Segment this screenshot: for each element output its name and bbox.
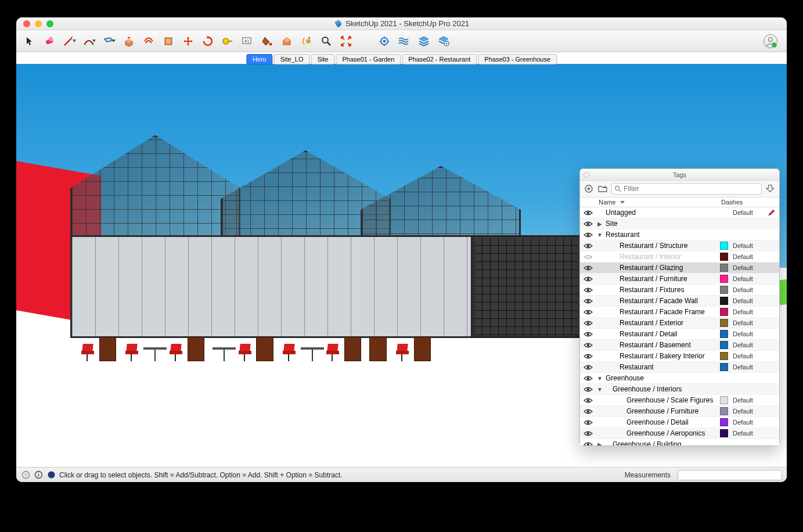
visibility-toggle[interactable] (582, 364, 594, 371)
expand-arrow[interactable]: ▶ (596, 221, 603, 227)
tag-row[interactable]: Restaurant / Bakery InteriorDefault (580, 351, 779, 362)
scene-tab[interactable]: Site (311, 54, 334, 64)
close-panel-icon[interactable] (584, 172, 589, 178)
tag-row[interactable]: Restaurant / Facade WallDefault (580, 296, 779, 307)
visibility-toggle[interactable] (582, 210, 594, 216)
scene-tab[interactable]: Site_LO (274, 54, 310, 64)
visibility-toggle[interactable] (582, 397, 594, 404)
layers-tool[interactable] (415, 33, 433, 50)
visibility-toggle[interactable] (582, 309, 594, 315)
select-tool[interactable] (21, 33, 39, 50)
move-tool[interactable] (179, 33, 197, 50)
add-tag-button[interactable] (584, 184, 594, 194)
zoom-tool[interactable] (317, 33, 336, 50)
dashes-value[interactable]: Default (730, 330, 765, 337)
rotate-tool[interactable] (199, 33, 217, 50)
dashes-value[interactable]: Default (730, 253, 765, 260)
tag-row[interactable]: RestaurantDefault (580, 362, 779, 373)
visibility-toggle[interactable] (582, 342, 594, 348)
scene-tab[interactable]: Phase01 - Garden (336, 54, 401, 64)
tag-row[interactable]: Restaurant / GlazingDefault (580, 263, 779, 274)
color-swatch[interactable] (720, 308, 728, 316)
visibility-toggle[interactable] (582, 298, 594, 304)
scene-tab[interactable]: Hero (246, 54, 273, 64)
visibility-toggle[interactable] (582, 254, 594, 260)
tag-row[interactable]: Restaurant / BasementDefault (580, 340, 779, 351)
expand-arrow[interactable]: ▼ (596, 375, 603, 382)
tag-list[interactable]: UntaggedDefault▶Site▼RestaurantRestauran… (580, 207, 779, 445)
close-window-button[interactable] (23, 20, 30, 27)
tag-row[interactable]: ▼Greenhouse (580, 373, 779, 384)
dashes-value[interactable]: Default (730, 419, 765, 426)
dashes-value[interactable]: Default (730, 308, 765, 315)
tag-row[interactable]: ▼Restaurant (580, 229, 779, 240)
tags-panel-title[interactable]: Tags (580, 169, 779, 181)
rectangle-tool[interactable] (100, 33, 118, 50)
color-swatch[interactable] (720, 253, 728, 261)
edit-icon[interactable] (768, 209, 777, 217)
visibility-toggle[interactable] (582, 276, 594, 282)
tag-row[interactable]: Greenhouse / AeroponicsDefault (580, 428, 779, 439)
text-tool[interactable]: A1 (238, 33, 257, 50)
dashes-value[interactable]: Default (730, 353, 765, 360)
color-swatch[interactable] (720, 407, 728, 415)
tag-row[interactable]: Restaurant / FixturesDefault (580, 285, 779, 296)
visibility-toggle[interactable] (582, 320, 594, 326)
color-swatch[interactable] (720, 330, 728, 338)
zoom-window-button[interactable] (46, 20, 53, 27)
expand-arrow[interactable]: ▶ (596, 441, 603, 446)
tags-panel[interactable]: Tags Name Dashes UntaggedDefault▶Site▼Re… (579, 168, 780, 446)
dashes-value[interactable]: Default (730, 408, 765, 415)
color-swatch[interactable] (720, 319, 728, 327)
dashes-value[interactable]: Default (730, 242, 765, 249)
eraser-tool[interactable] (41, 33, 59, 50)
help-icon[interactable]: ? (21, 470, 30, 480)
account-button[interactable] (761, 32, 780, 51)
line-tool[interactable] (60, 33, 79, 50)
expand-arrow[interactable]: ▼ (596, 386, 603, 393)
tag-row[interactable]: ▶Site (580, 218, 779, 229)
tag-row[interactable]: Restaurant / Facade FrameDefault (580, 307, 779, 318)
expand-arrow[interactable]: ▼ (596, 232, 603, 238)
dashes-value[interactable]: Default (730, 342, 765, 348)
info-icon[interactable]: i (34, 470, 43, 480)
layers-settings-tool[interactable] (434, 33, 453, 50)
tag-row[interactable]: Restaurant / ExteriorDefault (580, 318, 779, 329)
dashes-value[interactable]: Default (730, 264, 765, 271)
tag-row[interactable]: Restaurant / StructureDefault (580, 240, 779, 251)
tag-row[interactable]: Greenhouse / FurnitureDefault (580, 406, 779, 417)
tag-row[interactable]: ▶Greenhouse / Building (580, 439, 779, 445)
tape-measure-tool[interactable] (218, 33, 237, 50)
color-swatch[interactable] (720, 429, 728, 437)
arc-tool[interactable] (80, 33, 99, 50)
offset-tool[interactable] (139, 33, 158, 50)
color-swatch[interactable] (720, 341, 728, 349)
visibility-toggle[interactable] (582, 386, 594, 393)
color-swatch[interactable] (720, 286, 728, 294)
visibility-toggle[interactable] (582, 331, 594, 337)
filter-input[interactable] (624, 185, 759, 193)
visibility-toggle[interactable] (582, 221, 594, 227)
dashes-value[interactable]: Default (730, 297, 765, 304)
visibility-toggle[interactable] (582, 408, 594, 415)
visibility-toggle[interactable] (582, 287, 594, 293)
tag-row[interactable]: Greenhouse / Scale FiguresDefault (580, 395, 779, 406)
color-swatch[interactable] (720, 275, 728, 283)
scene-tab[interactable]: Phase02 - Restaurant (402, 54, 477, 64)
dashes-value[interactable]: Default (730, 364, 765, 371)
tag-row[interactable]: UntaggedDefault (580, 207, 779, 218)
tags-menu-button[interactable] (765, 184, 776, 194)
visibility-toggle[interactable] (582, 232, 594, 238)
visibility-toggle[interactable] (582, 419, 594, 426)
visibility-toggle[interactable] (582, 265, 594, 271)
visibility-toggle[interactable] (582, 353, 594, 360)
dashes-value[interactable]: Default (730, 286, 765, 293)
tag-row[interactable]: Restaurant / DetailDefault (580, 329, 779, 340)
scene-tab[interactable]: Phase03 - Greenhouse (478, 54, 557, 64)
cloud-sync-tool[interactable] (395, 33, 413, 50)
color-swatch[interactable] (720, 418, 728, 426)
visibility-toggle[interactable] (582, 430, 594, 437)
tags-column-header[interactable]: Name Dashes (580, 197, 779, 207)
visibility-toggle[interactable] (582, 441, 594, 446)
orbit-tool[interactable] (297, 33, 316, 50)
